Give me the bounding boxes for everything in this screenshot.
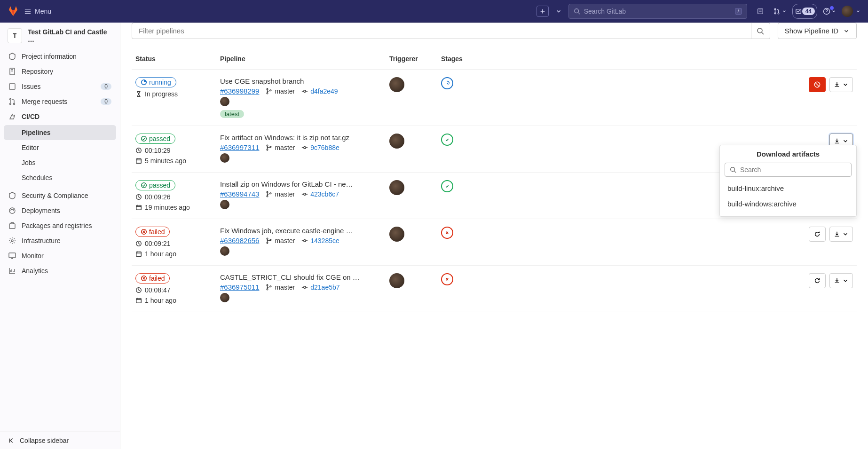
download-artifacts-button[interactable] [829, 77, 853, 92]
sidebar-item-deployments[interactable]: Deployments [4, 203, 116, 218]
project-header[interactable]: T Test GitLab CI and Castle … [0, 23, 120, 49]
triggerer-avatar[interactable] [389, 77, 404, 92]
create-new-button[interactable] [537, 6, 549, 17]
commit-title[interactable]: Fix artifact on Windows: it is zip not t… [220, 134, 349, 142]
issues-link-icon[interactable] [753, 4, 768, 19]
commit-sha-link[interactable]: 423cb6c7 [301, 190, 339, 198]
stage-failed-icon[interactable] [441, 227, 453, 239]
cancel-icon [814, 81, 821, 88]
create-new-chevron[interactable] [554, 4, 563, 19]
chevron-down-icon [843, 28, 850, 34]
stage-passed-icon[interactable] [441, 134, 453, 146]
author-avatar[interactable] [220, 293, 229, 302]
svg-point-27 [267, 149, 268, 150]
triggerer-avatar[interactable] [389, 273, 404, 288]
cancel-pipeline-button[interactable] [809, 77, 826, 92]
sidebar-item-analytics[interactable]: Analytics [4, 263, 116, 278]
artifacts-dropdown-title: Download artifacts [725, 150, 852, 158]
pipeline-id-link[interactable]: #636998299 [220, 87, 259, 95]
sidebar-nav: Project information Repository Issues 0 … [0, 49, 120, 278]
sidebar-subitem-editor[interactable]: Editor [4, 140, 116, 155]
svg-point-44 [304, 239, 306, 241]
commit-title[interactable]: Fix Windows job, execute castle-engine … [220, 227, 353, 235]
global-search[interactable]: / [568, 4, 747, 19]
branch-icon [266, 284, 272, 291]
artifact-item[interactable]: build-linux:archive [725, 181, 852, 196]
branch-ref[interactable]: master [266, 237, 295, 244]
status-badge[interactable]: failed [135, 227, 170, 237]
sidebar-item-packages[interactable]: Packages and registries [4, 218, 116, 233]
pipeline-id-link[interactable]: #636982656 [220, 236, 259, 244]
sidebar-item-merge-requests[interactable]: Merge requests 0 [4, 94, 116, 109]
hourglass-icon [135, 91, 142, 97]
actions-cell [536, 70, 857, 126]
commit-title[interactable]: Install zip on Windows for GitLab CI - n… [220, 180, 353, 188]
branch-ref[interactable]: master [266, 144, 295, 151]
commit-title[interactable]: Use CGE snapshot branch [220, 77, 304, 85]
user-menu[interactable] [842, 4, 860, 19]
download-artifacts-button[interactable] [829, 273, 853, 288]
filter-search-button[interactable] [751, 23, 770, 39]
pipeline-id-link[interactable]: #636994743 [220, 190, 259, 198]
branch-ref[interactable]: master [266, 87, 295, 95]
commit-sha-link[interactable]: d4fa2e49 [301, 87, 338, 95]
artifact-item[interactable]: build-windows:archive [725, 196, 852, 212]
gitlab-logo-icon[interactable] [8, 5, 19, 18]
commit-sha-link[interactable]: 143285ce [301, 237, 339, 244]
avatar [842, 6, 853, 17]
branch-ref[interactable]: master [266, 190, 295, 198]
author-avatar[interactable] [220, 246, 229, 256]
status-badge[interactable]: running [135, 77, 176, 87]
stage-failed-icon[interactable] [441, 273, 453, 285]
svg-point-26 [267, 145, 268, 146]
show-pipeline-id-dropdown[interactable]: Show Pipeline ID [778, 23, 857, 39]
search-input[interactable] [584, 8, 731, 15]
sidebar-item-project-information[interactable]: Project information [4, 49, 116, 64]
retry-pipeline-button[interactable] [809, 227, 826, 242]
status-badge[interactable]: failed [135, 273, 170, 284]
author-avatar[interactable] [220, 97, 229, 106]
todos-link[interactable]: 44 [792, 4, 817, 19]
author-avatar[interactable] [220, 153, 229, 163]
help-button[interactable] [823, 4, 836, 19]
artifacts-search[interactable] [725, 163, 852, 177]
collapse-sidebar-button[interactable]: Collapse sidebar [0, 432, 120, 449]
sidebar-item-repository[interactable]: Repository [4, 64, 116, 79]
sidebar-item-infrastructure[interactable]: Infrastructure [4, 233, 116, 248]
commit-icon [301, 237, 308, 244]
search-icon [574, 8, 580, 15]
sidebar-subitem-jobs[interactable]: Jobs [4, 155, 116, 170]
status-badge[interactable]: passed [135, 134, 175, 144]
sidebar-item-issues[interactable]: Issues 0 [4, 79, 116, 94]
branch-ref[interactable]: master [266, 284, 295, 291]
stage-passed-icon[interactable] [441, 180, 453, 192]
col-pipeline: Pipeline [216, 50, 386, 70]
sidebar-item-security[interactable]: Security & Compliance [4, 188, 116, 203]
branch-icon [266, 237, 272, 244]
stage-running-icon[interactable] [441, 77, 453, 89]
menu-button[interactable]: Menu [24, 8, 51, 15]
download-artifacts-button[interactable] [829, 227, 853, 242]
sidebar-subitem-schedules[interactable]: Schedules [4, 170, 116, 185]
status-badge[interactable]: passed [135, 180, 175, 190]
retry-pipeline-button[interactable] [809, 273, 826, 288]
triggerer-avatar[interactable] [389, 180, 404, 195]
retry-icon [814, 277, 821, 284]
actions-cell [536, 266, 857, 312]
commit-title[interactable]: CASTLE_STRICT_CLI should fix CGE on … [220, 273, 360, 281]
pipeline-id-link[interactable]: #636997311 [220, 143, 259, 151]
sidebar-item-monitor[interactable]: Monitor [4, 248, 116, 263]
clock-icon [135, 194, 142, 200]
sidebar-item-cicd[interactable]: CI/CD [4, 109, 116, 124]
triggerer-avatar[interactable] [389, 134, 404, 149]
pipeline-id-link[interactable]: #636975011 [220, 283, 259, 291]
commit-sha-link[interactable]: d21ae5b7 [301, 284, 339, 291]
commit-sha-link[interactable]: 9c76b88e [301, 144, 339, 151]
sidebar-subitem-pipelines[interactable]: Pipelines [4, 125, 116, 140]
triggerer-avatar[interactable] [389, 227, 404, 242]
artifacts-search-input[interactable] [740, 166, 846, 173]
svg-point-50 [270, 285, 272, 287]
filter-pipelines-input[interactable] [132, 23, 751, 39]
merge-requests-link[interactable] [773, 4, 787, 19]
author-avatar[interactable] [220, 200, 229, 209]
